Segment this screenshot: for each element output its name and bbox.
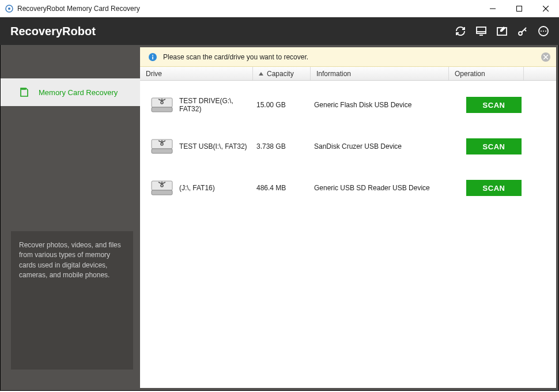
scan-button[interactable]: SCAN [466,180,522,196]
sidebar: Memory Card Recovery Recover photos, vid… [1,45,140,390]
sidebar-description: Recover photos, videos, and files from v… [11,231,133,370]
col-capacity[interactable]: Capacity [253,67,311,80]
svg-point-14 [541,31,542,32]
window-titlebar: RecoveryRobot Memory Card Recovery [0,0,559,17]
svg-point-1 [8,7,10,10]
info-icon [148,52,157,62]
drive-capacity: 15.00 GB [253,101,311,109]
usb-drive-icon [149,95,175,115]
app-icon [5,4,14,13]
col-capacity-label: Capacity [267,70,294,78]
app-header: RecoveryRobot [0,17,559,45]
col-spacer [524,67,556,80]
window-title: RecoveryRobot Memory Card Recovery [17,5,479,13]
drive-capacity: 486.4 MB [253,184,311,192]
col-drive[interactable]: Drive [140,67,253,80]
more-icon[interactable] [537,25,550,37]
table-header: Drive Capacity Information Operation [140,67,556,81]
refresh-icon[interactable] [454,25,467,37]
window-controls [479,0,559,17]
col-information[interactable]: Information [311,67,449,80]
table-body: TEST DRIVE(G:\, FAT32) 15.00 GB Generic … [140,81,556,212]
drive-info: Generic Flash Disk USB Device [311,101,449,109]
header-toolbar [454,25,550,37]
sort-asc-icon [259,72,263,76]
svg-point-23 [152,55,153,56]
svg-rect-6 [477,27,486,33]
app-logo-text: RecoveryRobot [10,25,454,38]
drive-name: TEST DRIVE(G:\, FAT32) [179,97,253,113]
svg-rect-22 [152,56,153,59]
monitor-icon[interactable] [475,25,488,37]
drive-capacity: 3.738 GB [253,142,311,150]
notice-bar: Please scan the card/drive you want to r… [140,47,556,67]
close-button[interactable] [532,0,559,17]
sidebar-item-memory-card-recovery[interactable]: Memory Card Recovery [1,78,140,106]
scan-button[interactable]: SCAN [466,138,522,154]
app-body: Memory Card Recovery Recover photos, vid… [0,45,559,391]
drive-info: Generic USB SD Reader USB Device [311,184,449,192]
notice-text: Please scan the card/drive you want to r… [163,53,541,61]
usb-drive-icon [149,178,175,198]
export-icon[interactable] [496,25,508,37]
svg-point-15 [543,31,544,32]
table-row: TEST DRIVE(G:\, FAT32) 15.00 GB Generic … [140,84,556,126]
notice-close-button[interactable] [541,52,550,62]
usb-drive-icon [149,136,175,157]
key-icon[interactable] [516,25,529,37]
svg-rect-3 [517,6,522,12]
main-panel: Please scan the card/drive you want to r… [140,47,556,388]
col-operation[interactable]: Operation [449,67,524,80]
svg-rect-27 [152,107,172,112]
scan-button[interactable]: SCAN [466,97,522,113]
drive-info: SanDisk Cruzer USB Device [311,142,449,150]
table-row: TEST USB(I:\, FAT32) 3.738 GB SanDisk Cr… [140,126,556,167]
sidebar-item-label: Memory Card Recovery [39,88,118,97]
drive-name: TEST USB(I:\, FAT32) [179,142,247,150]
minimize-button[interactable] [479,0,506,17]
maximize-button[interactable] [506,0,532,17]
svg-line-12 [524,29,526,31]
svg-rect-39 [152,190,172,195]
memory-card-icon [18,86,31,99]
svg-rect-33 [152,149,172,153]
table-row: (J:\, FAT16) 486.4 MB Generic USB SD Rea… [140,167,556,209]
drive-name: (J:\, FAT16) [179,184,215,192]
svg-point-16 [545,31,546,32]
